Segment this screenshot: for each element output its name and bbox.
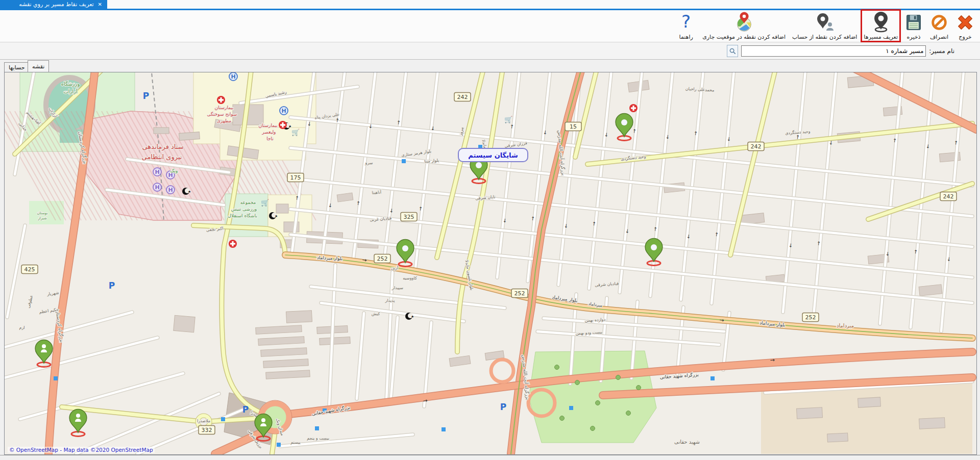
window-titlebar: ✕ تعریف نقاط مسیر بر روي نقشه [0, 0, 980, 10]
tab-strip: حسابها نقشه [0, 60, 980, 72]
poi-bluesq [402, 159, 406, 163]
svg-text:→: → [892, 138, 898, 143]
define-routes-label: تعریف مسیرها [864, 34, 898, 40]
road-shield: 15 [565, 122, 581, 131]
account-pin[interactable] [69, 410, 87, 437]
map-panel: →→→→→→→→→→→→→→→→→→→→→→→→→→→→→→→→→→→→→→→→… [4, 72, 977, 455]
search-button[interactable] [727, 45, 738, 57]
help-button[interactable]: ? راهنما [675, 11, 697, 40]
svg-text:→: → [714, 232, 720, 237]
add-point-current-position-button[interactable]: اضافه کردن نقطه در موقعیت جاری [701, 11, 787, 40]
road-shield: 252 [802, 313, 819, 322]
svg-text:→: → [686, 234, 692, 239]
define-routes-button[interactable]: تعریف مسیرها [863, 11, 899, 40]
road-shield: 242 [940, 192, 957, 201]
cancel-button[interactable]: انصراف [928, 11, 950, 40]
svg-text:★: ★ [288, 124, 291, 129]
status-strip [0, 455, 980, 460]
document-tab[interactable]: ✕ تعریف نقاط مسیر بر روي نقشه [0, 0, 107, 9]
svg-text:?: ? [681, 12, 691, 32]
callout-text: شایگان سیستم [468, 151, 518, 159]
svg-text:242: 242 [457, 94, 468, 100]
svg-text:→: → [591, 221, 597, 226]
poi-parking: P [500, 402, 506, 412]
poi-helipad: H [153, 168, 161, 176]
svg-text:→: → [502, 218, 508, 223]
svg-text:15: 15 [570, 123, 577, 130]
poi-bluesq [221, 417, 225, 421]
svg-text:→: → [770, 356, 775, 364]
street-label: ورزشگاه [61, 81, 80, 87]
save-button[interactable]: ذخیره [903, 11, 924, 40]
road-shield: 252 [511, 289, 528, 298]
toolbar: خروج انصراف ذخیره تعریف مسیرها اضافه کرد… [0, 10, 980, 42]
road-shield: 325 [401, 213, 417, 221]
poi-redcross [217, 96, 225, 104]
svg-text:H: H [231, 73, 235, 80]
exit-label: خروج [959, 34, 971, 40]
route-name-label: نام مسیر: [929, 47, 954, 55]
cancel-label: انصراف [930, 34, 948, 40]
svg-text:P: P [500, 402, 506, 412]
poi-cart: 🛒 [504, 115, 513, 124]
close-icon[interactable]: ✕ [98, 2, 102, 7]
svg-text:→: → [389, 208, 395, 213]
svg-text:★: ★ [275, 214, 278, 218]
svg-text:→: → [530, 216, 536, 221]
svg-text:→: → [418, 206, 424, 211]
svg-text:→: → [719, 317, 725, 324]
route-point-pin[interactable] [397, 240, 414, 267]
svg-text:425: 425 [24, 266, 35, 273]
map-canvas[interactable]: →→→→→→→→→→→→→→→→→→→→→→→→→→→→→→→→→→→→→→→→… [5, 72, 976, 454]
account-pin[interactable] [35, 340, 53, 367]
svg-text:→: → [542, 130, 548, 135]
route-name-input[interactable] [741, 45, 926, 57]
svg-text:→: → [362, 257, 368, 264]
svg-text:★: ★ [188, 190, 191, 194]
street-label: سرو [365, 161, 373, 165]
svg-text:→: → [603, 132, 609, 137]
map-callout: شایگان سیستم [458, 148, 528, 162]
poi-parking: P [242, 404, 249, 415]
poi-hotel: H [229, 72, 237, 81]
street-label: مجموعه [240, 200, 256, 205]
route-pin-icon [870, 11, 892, 34]
svg-text:★: ★ [411, 315, 414, 319]
svg-text:P: P [242, 404, 249, 415]
street-label: بیست و پنجم [307, 436, 329, 441]
street-label: نیروی انتظامی [142, 153, 182, 161]
route-point-pin[interactable] [645, 239, 663, 266]
svg-text:→: → [564, 223, 570, 228]
street-label: ونک [170, 168, 178, 173]
street-label: سپیدار [391, 286, 403, 290]
street-label: پدیدار [385, 298, 395, 303]
account-pin[interactable] [255, 414, 272, 441]
street-label: میرداماد [837, 323, 854, 328]
svg-text:→: → [328, 203, 334, 208]
route-point-pin[interactable] [616, 114, 633, 141]
street-label: شهید حقانی [674, 439, 700, 445]
tab-accounts[interactable]: حسابها [4, 62, 29, 72]
svg-text:🛒: 🛒 [291, 128, 300, 137]
svg-text:→: → [788, 243, 794, 248]
street-label: ارم [19, 325, 24, 330]
svg-text:→: → [816, 241, 822, 246]
road-shield: 332 [199, 426, 215, 435]
add-point-from-account-button[interactable]: اضافه کردن نقطه از حساب [791, 11, 858, 40]
svg-text:→: → [631, 129, 638, 134]
svg-text:→: → [913, 249, 919, 254]
tab-map[interactable]: نقشه [28, 60, 49, 72]
document-tab-title: تعریف نقاط مسیر بر روي نقشه [19, 1, 93, 8]
svg-text:→: → [625, 228, 631, 234]
exit-button[interactable]: خروج [954, 11, 976, 40]
search-icon [729, 48, 736, 55]
street-label: بلوار میرداماد [317, 255, 343, 261]
svg-text:242: 242 [943, 193, 954, 200]
svg-text:→: → [652, 226, 658, 232]
svg-text:252: 252 [377, 255, 388, 262]
road-shield: 252 [374, 254, 390, 263]
poi-redcross [279, 121, 287, 129]
poi-bluesq [54, 376, 58, 380]
street-label: آرارات [63, 88, 78, 94]
road-shield: 242 [454, 93, 471, 101]
